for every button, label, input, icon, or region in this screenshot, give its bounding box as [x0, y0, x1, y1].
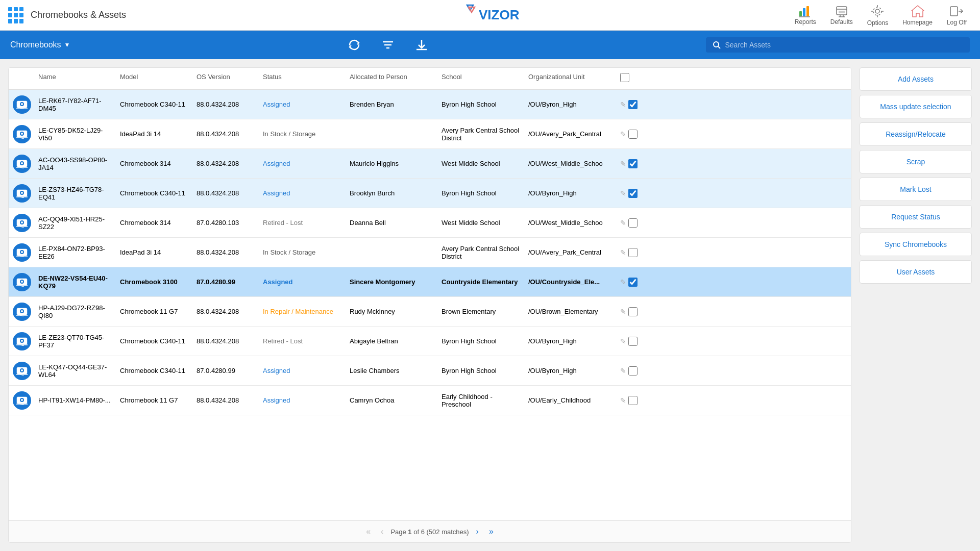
row-checkbox[interactable] — [628, 218, 638, 228]
row-ou: /OU/Avery_Park_Central — [524, 245, 616, 259]
row-model: Chromebook 314 — [116, 157, 192, 170]
total-pages: 6 — [421, 528, 425, 536]
last-page-button[interactable]: » — [486, 526, 497, 537]
row-os: 87.0.4280.99 — [192, 364, 259, 378]
table-row[interactable]: AC-OO43-SS98-OP80-JA14 Chromebook 314 88… — [9, 149, 851, 179]
row-model: IdeaPad 3i 14 — [116, 127, 192, 141]
row-icon — [9, 388, 34, 413]
table-row[interactable]: HP-IT91-XW14-PM80-... Chromebook 11 G7 8… — [9, 386, 851, 415]
table-row[interactable]: LE-ZE23-QT70-TG45-PF37 Chromebook C340-1… — [9, 327, 851, 356]
search-input[interactable] — [725, 41, 964, 49]
nav-logoff[interactable]: Log Off — [942, 3, 972, 28]
row-checkbox[interactable] — [628, 100, 638, 109]
select-all-checkbox[interactable] — [620, 73, 629, 82]
row-status: In Stock / Storage — [259, 127, 346, 141]
edit-icon[interactable]: ✎ — [620, 189, 626, 197]
row-checkbox[interactable] — [628, 130, 638, 139]
row-checkbox[interactable] — [628, 278, 638, 287]
svg-point-71 — [21, 340, 23, 342]
row-checkbox[interactable] — [628, 366, 638, 375]
chromebooks-dropdown[interactable]: Chromebooks ▼ — [10, 40, 70, 49]
edit-icon[interactable]: ✎ — [620, 248, 626, 257]
table-row[interactable]: LE-CY85-DK52-LJ29-VI50 IdeaPad 3i 14 88.… — [9, 119, 851, 149]
nav-reports[interactable]: Reports — [790, 3, 821, 28]
row-checkbox[interactable] — [628, 337, 638, 346]
table-row[interactable]: DE-NW22-VS54-EU40-KQ79 Chromebook 3100 8… — [9, 267, 851, 297]
row-name: LE-ZE23-QT70-TG45-PF37 — [34, 331, 116, 352]
sidebar-btn-mass-update[interactable]: Mass update selection — [860, 95, 972, 118]
sidebar-btn-sync-chromebooks[interactable]: Sync Chromebooks — [860, 233, 972, 256]
download-button[interactable] — [410, 36, 433, 54]
row-icon — [9, 270, 34, 294]
search-box[interactable] — [706, 37, 970, 53]
filter-button[interactable] — [376, 36, 400, 54]
row-school: Brown Elementary — [437, 305, 524, 318]
col-os: OS Version — [192, 73, 259, 84]
row-ou: /OU/Brown_Elementary — [524, 305, 616, 318]
row-model: Chromebook 314 — [116, 216, 192, 230]
row-icon — [9, 299, 34, 324]
sidebar-btn-reassign[interactable]: Reassign/Relocate — [860, 122, 972, 146]
row-person: Mauricio Higgins — [346, 157, 437, 170]
row-school: Byron High School — [437, 334, 524, 348]
search-icon — [712, 40, 721, 49]
edit-icon[interactable]: ✎ — [620, 367, 626, 375]
col-checkbox[interactable] — [616, 73, 642, 84]
row-status: Assigned — [259, 186, 346, 200]
table-row[interactable]: HP-AJ29-DG72-RZ98-QI80 Chromebook 11 G7 … — [9, 297, 851, 327]
row-model: Chromebook C340-11 — [116, 334, 192, 348]
edit-icon[interactable]: ✎ — [620, 308, 626, 316]
prev-page-button[interactable]: ‹ — [378, 526, 386, 537]
edit-icon[interactable]: ✎ — [620, 396, 626, 405]
edit-icon[interactable]: ✎ — [620, 101, 626, 109]
row-actions: ✎ — [616, 363, 642, 379]
sidebar-btn-add-assets[interactable]: Add Assets — [860, 67, 972, 91]
table-row[interactable]: LE-PX84-ON72-BP93-EE26 IdeaPad 3i 14 88.… — [9, 238, 851, 267]
table-row[interactable]: LE-RK67-IY82-AF71-DM45 Chromebook C340-1… — [9, 90, 851, 119]
row-name: HP-AJ29-DG72-RZ98-QI80 — [34, 301, 116, 322]
sidebar-btn-user-assets[interactable]: User Assets — [860, 260, 972, 284]
table-row[interactable]: LE-KQ47-OQ44-GE37-WL64 Chromebook C340-1… — [9, 356, 851, 386]
svg-point-51 — [21, 221, 23, 223]
col-name: Name — [34, 73, 116, 84]
row-checkbox[interactable] — [628, 189, 638, 198]
row-os: 88.0.4324.208 — [192, 393, 259, 407]
sidebar-btn-scrap[interactable]: Scrap — [860, 150, 972, 173]
first-page-button[interactable]: « — [363, 526, 374, 537]
row-os: 88.0.4324.208 — [192, 245, 259, 259]
edit-icon[interactable]: ✎ — [620, 219, 626, 227]
edit-icon[interactable]: ✎ — [620, 278, 626, 286]
sidebar-btn-mark-lost[interactable]: Mark Lost — [860, 178, 972, 201]
row-checkbox[interactable] — [628, 307, 638, 316]
table-body: LE-RK67-IY82-AF71-DM45 Chromebook C340-1… — [9, 90, 851, 520]
row-os: 87.0.4280.103 — [192, 216, 259, 230]
next-page-button[interactable]: › — [473, 526, 482, 537]
row-actions: ✎ — [616, 245, 642, 260]
edit-icon[interactable]: ✎ — [620, 337, 626, 345]
row-checkbox[interactable] — [628, 248, 638, 257]
table-row[interactable]: AC-QQ49-XI51-HR25-SZ22 Chromebook 314 87… — [9, 208, 851, 238]
row-status: Assigned — [259, 97, 346, 111]
grid-menu-icon[interactable] — [8, 7, 24, 23]
refresh-button[interactable] — [342, 36, 366, 54]
row-school: Avery Park Central School District — [437, 123, 524, 145]
row-checkbox[interactable] — [628, 396, 638, 405]
edit-icon[interactable]: ✎ — [620, 130, 626, 138]
nav-homepage-label: Homepage — [902, 19, 933, 26]
row-school: Countryside Elementary — [437, 275, 524, 289]
row-school: Byron High School — [437, 186, 524, 200]
svg-point-46 — [21, 192, 23, 194]
nav-homepage[interactable]: Homepage — [897, 3, 938, 28]
sidebar-btn-request-status[interactable]: Request Status — [860, 205, 972, 229]
row-checkbox[interactable] — [628, 159, 638, 168]
nav-options[interactable]: Options — [862, 2, 893, 29]
row-os: 88.0.4324.208 — [192, 97, 259, 111]
row-os: 88.0.4324.208 — [192, 127, 259, 141]
table-row[interactable]: LE-ZS73-HZ46-TG78-EQ41 Chromebook C340-1… — [9, 179, 851, 208]
row-status: In Stock / Storage — [259, 245, 346, 259]
row-os: 88.0.4324.208 — [192, 157, 259, 170]
toolbar: Chromebooks ▼ — [0, 31, 980, 59]
edit-icon[interactable]: ✎ — [620, 160, 626, 168]
row-ou: /OU/Byron_High — [524, 97, 616, 111]
nav-defaults[interactable]: Defaults — [825, 3, 858, 28]
